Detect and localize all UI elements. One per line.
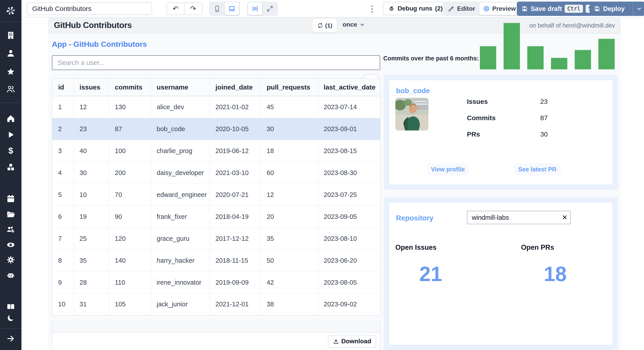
save-icon	[521, 5, 528, 12]
table-row[interactable]: 61990frank_fixer2018-04-19202023-09-05	[52, 206, 380, 228]
redo-button[interactable]: ↷	[184, 3, 202, 15]
repository-input[interactable]	[467, 211, 571, 224]
column-header[interactable]: joined_date	[210, 79, 261, 96]
open-prs-value: 18	[535, 262, 575, 286]
table-cell: 120	[109, 228, 151, 249]
full-width-button[interactable]	[263, 3, 277, 15]
save-draft-button[interactable]: Save draft Ctrl S	[517, 2, 598, 16]
chart-bar	[551, 58, 567, 69]
table-cell: 2018-04-19	[210, 206, 261, 228]
table-cell: 23	[74, 118, 109, 140]
chart-bar	[598, 39, 615, 69]
download-icon	[333, 338, 339, 344]
kbd-ctrl: Ctrl	[564, 5, 583, 13]
app-title-input[interactable]	[27, 3, 152, 15]
calendar-icon[interactable]	[6, 194, 16, 204]
schedule-dropdown[interactable]: once	[342, 21, 365, 28]
home-icon[interactable]	[6, 114, 16, 124]
expand-icon	[266, 5, 274, 12]
dollar-icon[interactable]: $	[6, 146, 16, 156]
table-cell: 2023-07-14	[318, 96, 380, 118]
table-row[interactable]: 725120grace_guru2017-12-12352023-08-10	[52, 228, 380, 249]
table-cell: 18	[261, 140, 318, 162]
users-icon[interactable]	[6, 84, 16, 94]
column-header[interactable]: issues	[74, 79, 109, 96]
column-header[interactable]: username	[151, 79, 210, 96]
table-cell: 2023-08-30	[318, 162, 380, 184]
gear-icon[interactable]	[6, 255, 16, 265]
play-icon[interactable]	[6, 130, 16, 140]
column-header[interactable]: id	[52, 79, 74, 96]
star-icon[interactable]	[6, 67, 16, 77]
centered-width-button[interactable]	[248, 3, 262, 15]
deploy-button[interactable]: Deploy	[590, 5, 629, 13]
debug-runs-label: Debug runs	[398, 5, 432, 12]
sidebar-divider	[0, 103, 22, 103]
app-refresh-button[interactable]: (1)	[312, 19, 337, 32]
user-icon[interactable]	[6, 48, 16, 58]
table-cell: 2019-09-09	[210, 271, 261, 293]
stat-label: Issues	[467, 98, 488, 105]
table-row[interactable]: 1031105jack_junior2021-12-01382023-09-02	[52, 293, 380, 315]
undo-button[interactable]: ↶	[167, 3, 184, 15]
view-profile-button[interactable]: View profile	[427, 163, 468, 175]
table-cell: 2023-08-05	[318, 271, 380, 293]
robot-icon[interactable]	[6, 270, 16, 280]
cubes-icon[interactable]	[6, 162, 16, 172]
arrow-right-icon[interactable]	[6, 334, 16, 343]
search-input[interactable]	[52, 55, 380, 70]
user-group-gear-icon[interactable]	[6, 225, 16, 234]
see-latest-pr-button[interactable]: See latest PR	[514, 163, 560, 175]
table-row[interactable]: 340100charlie_prog2019-06-12182023-08-15	[52, 140, 380, 162]
table-cell: 30	[74, 162, 109, 184]
more-options-button[interactable]: ⋮	[368, 3, 376, 14]
table-cell: 45	[261, 96, 318, 118]
download-button[interactable]: Download	[328, 335, 376, 347]
editor-label: Editor	[457, 5, 475, 12]
app-preview-canvas: GitHub Contributors (1) once on behalf o…	[22, 18, 644, 350]
moon-icon[interactable]	[6, 313, 16, 323]
table-cell: edward_engineer	[151, 184, 210, 206]
building-icon[interactable]	[6, 31, 16, 40]
desktop-view-button[interactable]	[225, 3, 239, 15]
table-cell: 10	[52, 293, 74, 315]
table-cell: irene_innovator	[151, 271, 210, 293]
table-row[interactable]: 928110irene_innovator2019-09-09422023-08…	[52, 271, 380, 293]
clear-input-icon[interactable]: ✕	[562, 213, 568, 222]
repository-card-title: Repository	[396, 214, 433, 222]
eye-icon[interactable]	[6, 240, 16, 250]
page-title: App - GitHub Contributors	[52, 40, 147, 49]
chart-title: Commits over the past 6 months:	[383, 55, 479, 62]
folder-icon[interactable]	[6, 209, 16, 219]
editor-tab[interactable]: Editor	[444, 3, 479, 15]
stat-value: 87	[540, 114, 548, 122]
width-toggle	[247, 2, 278, 16]
open-prs-label: Open PRs	[521, 243, 554, 251]
table-cell: 2023-06-20	[318, 249, 380, 271]
open-issues-value: 21	[410, 262, 451, 286]
table-row[interactable]: 112130alice_dev2021-01-02452023-07-14	[52, 96, 380, 118]
column-header[interactable]: last_active_date	[318, 79, 380, 96]
table-cell: 35	[261, 228, 318, 249]
table-cell: 30	[261, 118, 318, 140]
column-header[interactable]: commits	[109, 79, 151, 96]
table-row[interactable]: 835140harry_hacker2018-11-15502023-06-20	[52, 249, 380, 271]
debug-runs-button[interactable]: Debug runs (2)	[383, 2, 448, 15]
save-icon	[594, 5, 600, 12]
windmill-logo[interactable]	[5, 5, 16, 17]
table-cell: harry_hacker	[151, 249, 210, 271]
table-cell: 1	[52, 96, 74, 118]
refresh-icon	[317, 22, 323, 29]
table-row[interactable]: 22387bob_code2020-10-05302023-09-01	[52, 118, 380, 140]
preview-tab[interactable]: Preview	[479, 3, 520, 15]
book-icon[interactable]	[6, 302, 16, 311]
refresh-count: (1)	[325, 22, 332, 29]
table-cell: 20	[261, 206, 318, 228]
table-row[interactable]: 430200daisy_developer2021-03-10602023-08…	[52, 162, 380, 184]
mobile-view-button[interactable]	[210, 3, 224, 15]
table-cell: 10	[74, 184, 109, 206]
deploy-dropdown-button[interactable]	[633, 6, 644, 12]
table-cell: 70	[109, 184, 151, 206]
table-row[interactable]: 51070edward_engineer2020-07-21122023-07-…	[52, 184, 380, 206]
column-header[interactable]: pull_requests	[261, 79, 318, 96]
